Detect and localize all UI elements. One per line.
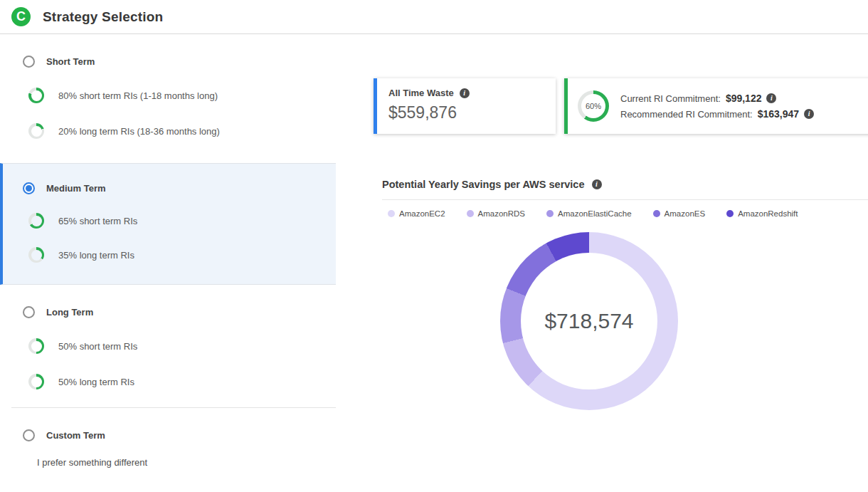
info-icon[interactable]: i <box>592 179 602 189</box>
legend-item-AmazonEC2[interactable]: AmazonEC2 <box>388 209 445 218</box>
allocation-label: 80% short term RIs (1-18 months long) <box>58 90 218 101</box>
strategy-option-custom-term[interactable]: Custom Term <box>0 429 336 441</box>
allocation-progress-ring <box>28 247 44 263</box>
recommended-commitment-label: Recommended RI Commitment: <box>620 109 753 120</box>
legend-label: AmazonRDS <box>478 209 525 218</box>
strategy-label: Custom Term <box>46 430 105 441</box>
current-commitment-row: Current RI Commitment: $99,122 i <box>620 93 814 104</box>
recommended-commitment-value: $163,947 <box>758 108 799 120</box>
strategy-option-long-term[interactable]: Long Term <box>0 306 336 318</box>
commitment-progress-ring: 60% <box>578 90 609 122</box>
radio-button[interactable] <box>23 56 35 68</box>
waste-card-value: $559,876 <box>388 103 544 122</box>
radio-dot <box>26 185 32 192</box>
legend-label: AmazonES <box>665 209 706 218</box>
page-title: Strategy Selection <box>43 9 163 25</box>
legend-item-AmazonRDS[interactable]: AmazonRDS <box>467 209 525 218</box>
ring-hole <box>31 377 42 387</box>
donut-total-value: $718,574 <box>544 309 633 333</box>
allocation-row: 65% short term RIs <box>3 213 336 229</box>
ring-hole <box>31 216 42 226</box>
allocation-row: 80% short term RIs (1-18 months long) <box>0 88 336 103</box>
strategy-label: Medium Term <box>46 183 106 194</box>
chart-legend: AmazonEC2AmazonRDSAmazonElastiCacheAmazo… <box>382 209 868 218</box>
strategy-group-medium-term: Medium Term 65% short term RIs 35% long … <box>0 163 336 285</box>
allocation-progress-ring <box>28 338 44 354</box>
legend-dot <box>546 210 554 217</box>
strategy-label: Short Term <box>46 56 95 67</box>
current-commitment-value: $99,122 <box>726 93 762 104</box>
ri-commitment-card: 60% Current RI Commitment: $99,122 i Rec… <box>564 78 868 134</box>
waste-card-title: All Time Waste <box>388 88 454 98</box>
legend-dot <box>388 210 395 217</box>
allocation-progress-ring <box>28 213 44 229</box>
allocation-progress-ring <box>28 123 44 139</box>
legend-dot <box>653 210 660 217</box>
info-icon[interactable]: i <box>460 88 470 98</box>
allocation-row: 35% long term RIs <box>3 247 336 263</box>
strategy-list: Short Term 80% short term RIs (1-18 mont… <box>0 34 336 475</box>
commitment-text: Current RI Commitment: $99,122 i Recomme… <box>620 88 814 124</box>
allocation-row: 50% long term RIs <box>0 374 336 389</box>
ring-hole <box>31 126 42 137</box>
ring-hole <box>31 90 42 101</box>
strategy-group-short-term: Short Term 80% short term RIs (1-18 mont… <box>0 34 336 163</box>
legend-item-AmazonElastiCache[interactable]: AmazonElastiCache <box>546 209 632 218</box>
strategy-group-custom-term: Custom Term I prefer something different <box>0 408 336 475</box>
header: C Strategy Selection <box>0 0 868 34</box>
info-icon[interactable]: i <box>804 109 814 119</box>
strategy-group-long-term: Long Term 50% short term RIs 50% long te… <box>0 285 336 407</box>
allocation-row: 20% long term RIs (18-36 months long) <box>0 123 336 139</box>
allocation-label: 20% long term RIs (18-36 months long) <box>58 126 220 137</box>
custom-term-description: I prefer something different <box>0 457 336 468</box>
strategy-label: Long Term <box>46 307 93 318</box>
radio-button[interactable] <box>23 429 35 441</box>
commitment-percent: 60% <box>581 94 605 118</box>
info-icon[interactable]: i <box>766 93 776 103</box>
legend-label: AmazonElastiCache <box>558 209 632 218</box>
allocation-label: 65% short term RIs <box>58 216 137 226</box>
strategy-option-short-term[interactable]: Short Term <box>0 56 336 68</box>
strategy-selection-page: C Strategy Selection Short Term 80% shor… <box>0 0 868 492</box>
legend-item-AmazonES[interactable]: AmazonES <box>653 209 706 218</box>
allocation-label: 35% long term RIs <box>58 250 134 261</box>
strategy-option-medium-term[interactable]: Medium Term <box>3 182 336 194</box>
chart-title: Potential Yearly Savings per AWS service <box>382 179 585 190</box>
allocation-progress-ring <box>28 88 44 103</box>
recommended-commitment-row: Recommended RI Commitment: $163,947 i <box>620 108 814 120</box>
ring-hole <box>31 250 42 261</box>
allocation-label: 50% short term RIs <box>58 341 137 352</box>
current-commitment-label: Current RI Commitment: <box>620 93 721 104</box>
legend-dot <box>726 210 734 217</box>
legend-label: AmazonEC2 <box>399 209 445 218</box>
savings-chart-panel: Potential Yearly Savings per AWS service… <box>382 179 868 218</box>
radio-button[interactable] <box>23 306 35 318</box>
savings-donut-chart[interactable]: $718,574 <box>500 232 678 410</box>
ring-hole <box>31 341 42 352</box>
allocation-progress-ring <box>28 374 44 389</box>
app-logo-icon: C <box>11 7 31 26</box>
donut-hole: $718,574 <box>521 253 657 389</box>
legend-label: AmazonRedshift <box>738 209 798 218</box>
radio-button-selected[interactable] <box>23 182 35 194</box>
allocation-label: 50% long term RIs <box>58 377 134 387</box>
legend-item-AmazonRedshift[interactable]: AmazonRedshift <box>726 209 798 218</box>
legend-dot <box>467 210 474 217</box>
allocation-row: 50% short term RIs <box>0 338 336 354</box>
all-time-waste-card: All Time Waste i $559,876 <box>374 78 556 134</box>
